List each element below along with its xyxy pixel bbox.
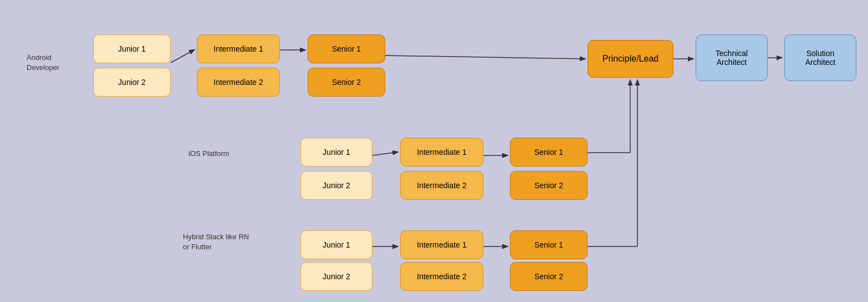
android-senior-1: Senior 1: [308, 34, 385, 63]
android-junior-2: Junior 2: [93, 68, 171, 97]
hybrid-senior-1: Senior 1: [510, 230, 588, 259]
hybrid-intermediate-1: Intermediate 1: [400, 230, 483, 259]
ios-label: iOS Platform: [188, 149, 229, 159]
svg-line-0: [171, 50, 194, 63]
solution-architect: Solution Architect: [784, 34, 856, 81]
ios-intermediate-2: Intermediate 2: [400, 171, 483, 200]
android-label: Android Developer: [27, 53, 59, 73]
ios-intermediate-1: Intermediate 1: [400, 138, 483, 167]
android-intermediate-2: Intermediate 2: [197, 68, 280, 97]
ios-junior-1: Junior 1: [300, 138, 372, 167]
hybrid-junior-2: Junior 2: [300, 262, 372, 291]
hybrid-junior-1: Junior 1: [300, 230, 372, 259]
technical-architect: Technical Architect: [696, 34, 768, 81]
svg-line-5: [372, 152, 397, 155]
hybrid-label: Hybrid Stack like RN or Flutter: [183, 232, 249, 252]
android-intermediate-1: Intermediate 1: [197, 34, 280, 63]
ios-senior-2: Senior 2: [510, 171, 588, 200]
principle-lead: Principle/Lead: [588, 40, 673, 78]
diagram: Android Developer iOS Platform Hybrid St…: [0, 0, 868, 302]
ios-senior-1: Senior 1: [510, 138, 588, 167]
svg-line-2: [385, 56, 585, 59]
android-junior-1: Junior 1: [93, 34, 171, 63]
ios-junior-2: Junior 2: [300, 171, 372, 200]
android-senior-2: Senior 2: [308, 68, 385, 97]
hybrid-senior-2: Senior 2: [510, 262, 588, 291]
hybrid-intermediate-2: Intermediate 2: [400, 262, 483, 291]
